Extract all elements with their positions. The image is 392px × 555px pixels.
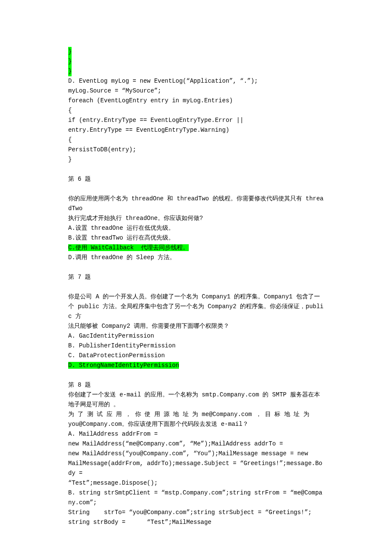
question-8-option-a: new MailAddress(“you@Company.com”, “You”…: [68, 449, 324, 459]
question-6-option-a: A.设置 threadOne 运行在低优先级。: [68, 223, 324, 233]
question-6-option-b: B.设置 threadTwo 运行在高优先级。: [68, 233, 324, 243]
code-brace-hl-2: }: [68, 57, 324, 66]
question-7-option-a: A. GacIdentityPermission: [68, 331, 324, 341]
code-line: foreach (EventLogEntry entry in myLog.En…: [68, 96, 324, 106]
question-8-option-b: String strTo= “you@Company.com”;string s…: [68, 508, 324, 517]
code-line: D. EventLog myLog = new EventLog(“Applic…: [68, 76, 324, 86]
blank-line: [68, 184, 324, 194]
question-7-body: 个 public 方法。全局程序集中包含了另一个名为 Company2 的程序集…: [68, 302, 324, 321]
question-7-option-d: D. StrongNameIdentityPermission: [68, 361, 324, 370]
blank-line: [68, 165, 324, 174]
blank-line: [68, 370, 324, 380]
question-8-option-a: new MailAddress(“me@Company.com”, “Me”);…: [68, 439, 324, 449]
code-brace-hl-3: }: [68, 66, 324, 76]
question-7-body: 法只能够被 Company2 调用。你需要使用下面哪个权限类？: [68, 321, 324, 331]
question-8-option-a: “Test”;message.Dispose();: [68, 478, 324, 488]
question-6-option-c: C.使用 WaitCallback 代理去同步线程。: [68, 243, 324, 253]
question-8-option-b: B. string strSmtpClient = “mstp.Company.…: [68, 488, 324, 508]
code-line: {: [68, 106, 324, 116]
question-8-option-a: A. MailAddress addrFrom =: [68, 429, 324, 439]
question-7-body: 你是公司 A 的一个开发人员。你创建了一个名为 Company1 的程序集。Co…: [68, 292, 324, 302]
question-8-option-a: MailMessage(addrFrom, addrTo);message.Su…: [68, 459, 324, 478]
code-line: myLog.Source = “MySource”;: [68, 86, 324, 96]
question-8-body: you@Company.com。你应该使用下面那个代码段去发送 e-mail？: [68, 419, 324, 429]
code-line: if (entry.EntryType == EventLogEntryType…: [68, 116, 324, 125]
code-line: entry.EntryType == EventLogEntryType.War…: [68, 125, 324, 135]
blank-line: [68, 263, 324, 272]
question-8-option-b: string strBody = “Test”;MailMessage: [68, 517, 324, 527]
code-line: {: [68, 135, 324, 145]
question-8-title: 第 8 题: [68, 380, 324, 390]
blank-line: [68, 282, 324, 292]
question-8-body: 为 了 测 试 应 用 ， 你 使 用 源 地 址 为 me@Company.c…: [68, 410, 324, 419]
question-7-title: 第 7 题: [68, 272, 324, 282]
code-line: }: [68, 155, 324, 165]
question-6-option-d: D.调用 threadOne 的 Sleep 方法。: [68, 253, 324, 263]
question-7-option-c: C. DataProtectionPermission: [68, 351, 324, 361]
question-6-title: 第 6 题: [68, 174, 324, 184]
code-line: PersistToDB(entry);: [68, 145, 324, 155]
question-8-body: 你创建了一个发送 e-mail 的应用。一个名称为 smtp.Company.c…: [68, 390, 324, 410]
question-6-body: 你的应用使用两个名为 threadOne 和 threadTwo 的线程。你需要…: [68, 194, 324, 214]
code-brace-hl-1: }: [68, 47, 324, 57]
question-7-option-b: B. PublisherIdentityPermission: [68, 341, 324, 351]
question-6-body: 执行完成才开始执行 threadOne。你应该如何做?: [68, 214, 324, 223]
document-page: } } } D. EventLog myLog = new EventLog(“…: [0, 0, 392, 555]
